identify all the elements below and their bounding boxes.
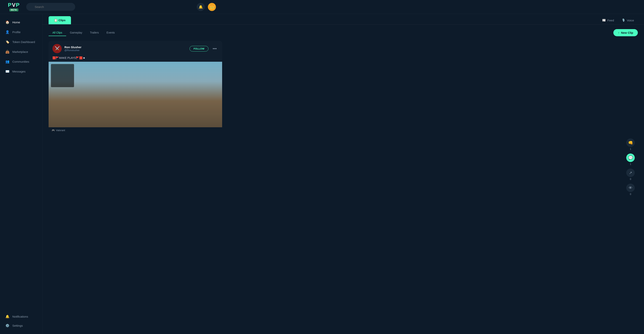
sidebar-item-profile[interactable]: 👤 Profile [0,28,42,37]
profile-icon: 👤 [6,30,10,34]
comment-count: 1 [630,163,631,166]
video-thumbnail [48,62,222,127]
tab-feed[interactable]: 📰 Feed [598,16,618,24]
post-footer: 🎮 Valorant [48,127,222,133]
upload-icon: ↑ [618,31,620,34]
sidebar-label-home: Home [12,21,20,24]
messages-icon: ✉️ [6,70,10,74]
topbar: PVP BETA 🔍 🔔 👑 [0,0,644,14]
sidebar-label-profile: Profile [12,30,21,34]
voice-icon: 🎙️ [622,18,625,22]
post-caption: 🟥🚩MAKE PLAYS🚩🟥 ■ [48,56,222,62]
new-clip-button[interactable]: ↑ New Clip [613,29,638,36]
subtab-trailers[interactable]: Trailers [86,30,102,36]
logo: PVP BETA [6,2,22,12]
post-user-info: Ron Slusher @Ronslusher [64,46,187,52]
share-icon: ↗ [626,168,635,177]
view-icon: 👁 [626,184,635,192]
view-count: 0 [630,193,631,196]
sidebar-bottom: 🔔 Notifications ⚙️ Settings [0,312,42,330]
settings-icon: ⚙️ [6,324,10,328]
notifications-icon: 🔔 [6,314,10,318]
feed-icon: 📰 [602,18,606,22]
home-icon: 🏠 [6,20,10,24]
like-button[interactable]: 👊 1 [626,138,635,150]
share-button[interactable]: ↗ 0 [626,168,635,180]
logo-text: PVP [8,2,20,8]
share-count: 0 [630,178,631,180]
beta-badge: BETA [10,8,18,12]
game-icon: 🎮 [52,129,55,132]
tab-clips[interactable]: 📋 Clips [48,16,71,24]
subtab-all-clips[interactable]: All Clips [48,30,66,36]
sidebar: 🏠 Home 👤 Profile 🏷️ Token Dashboard 👜 Ma… [0,14,42,334]
comment-button[interactable]: 💬 1 [626,154,635,166]
subtab-gameplay[interactable]: Gameplay [66,30,86,36]
sidebar-item-notifications[interactable]: 🔔 Notifications [0,312,42,321]
avatar-image: ⚔️ [54,46,60,51]
sidebar-item-home[interactable]: 🏠 Home [0,18,42,27]
main-layout: 🏠 Home 👤 Profile 🏷️ Token Dashboard 👜 Ma… [0,14,644,334]
marketplace-icon: 👜 [6,50,10,54]
post-avatar: ⚔️ [52,44,62,53]
clips-icon: 📋 [54,18,58,22]
clips-subtabs: All Clips Gameplay Trailers Events ↑ New… [48,29,638,36]
post-username: Ron Slusher [64,46,187,49]
topbar-actions: 🔔 👑 [197,3,216,11]
comment-icon: 💬 [626,154,635,162]
user-avatar-button[interactable]: 👑 [208,3,216,11]
like-icon: 👊 [626,138,635,147]
post-handle: @Ronslusher [64,49,187,52]
sidebar-item-communities[interactable]: 👥 Communities [0,57,42,66]
view-button[interactable]: 👁 0 [626,184,635,196]
sidebar-item-settings[interactable]: ⚙️ Settings [0,321,42,330]
sidebar-item-token-dashboard[interactable]: 🏷️ Token Dashboard [0,38,42,46]
sidebar-item-marketplace[interactable]: 👜 Marketplace [0,47,42,56]
subtab-events[interactable]: Events [103,30,119,36]
sidebar-label-marketplace: Marketplace [12,50,28,54]
sidebar-label-token: Token Dashboard [12,40,35,44]
sidebar-spacer [0,77,42,304]
sidebar-label-notifications: Notifications [12,315,28,318]
main-tabs-row: 📋 Clips 📰 Feed 🎙️ Voice [42,14,644,24]
content-area: 📋 Clips 📰 Feed 🎙️ Voice All Clips Gamepl… [42,14,644,334]
minimap [51,64,74,87]
search-input[interactable] [26,3,75,11]
token-icon: 🏷️ [6,40,10,44]
notification-bell-button[interactable]: 🔔 [197,3,205,11]
game-overlay [48,62,222,127]
tab-voice[interactable]: 🎙️ Voice [618,16,638,24]
communities-icon: 👥 [6,60,10,64]
sidebar-item-messages[interactable]: ✉️ Messages [0,67,42,76]
more-options-button[interactable]: ••• [211,46,218,52]
sidebar-label-settings: Settings [12,324,23,327]
sidebar-label-communities: Communities [12,60,29,63]
post-video[interactable] [48,62,222,127]
search-wrap: 🔍 [26,3,192,11]
right-actions: 👊 1 💬 1 ↗ 0 👁 0 [626,138,635,196]
like-count: 1 [630,148,631,150]
follow-button[interactable]: FOLLOW [190,46,208,52]
sidebar-label-messages: Messages [12,70,26,73]
post-card: ⚔️ Ron Slusher @Ronslusher FOLLOW ••• 🟥🚩… [48,41,222,133]
post-header: ⚔️ Ron Slusher @Ronslusher FOLLOW ••• [48,41,222,56]
clips-area: All Clips Gameplay Trailers Events ↑ New… [42,24,644,334]
post-game-tag: 🎮 Valorant [52,129,65,132]
